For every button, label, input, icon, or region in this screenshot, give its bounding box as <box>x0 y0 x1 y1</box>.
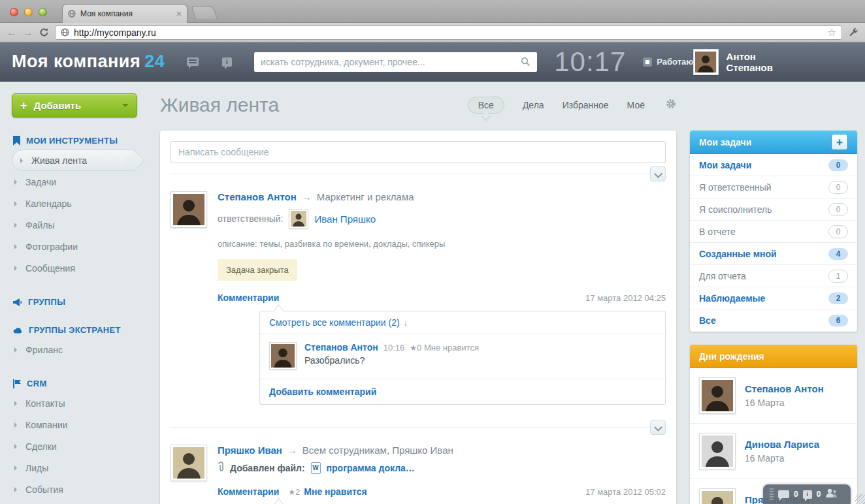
address-bar[interactable]: ☆ <box>55 25 842 40</box>
file-link[interactable]: программа докла… <box>327 463 415 473</box>
work-clock[interactable]: 10:17 <box>554 46 626 78</box>
arrow-right-icon <box>14 244 20 249</box>
sidebar-item-contacts[interactable]: Контакты <box>12 392 142 414</box>
bookmark-star-icon[interactable]: ☆ <box>828 27 836 39</box>
count-badge: 4 <box>828 248 848 260</box>
sidebar-item-tasks[interactable]: Задачи <box>12 171 142 193</box>
window-zoom-button[interactable] <box>39 8 47 16</box>
widget-title: Дни рождения <box>699 351 764 362</box>
add-comment-link[interactable]: Добавить комментарий <box>269 386 376 397</box>
arrow-down-icon: ↓ <box>404 318 408 328</box>
task-filter-row[interactable]: В отчете0 <box>690 221 857 243</box>
contacts-icon[interactable] <box>825 488 838 500</box>
sidebar-item-events[interactable]: События <box>12 479 142 500</box>
search-input[interactable] <box>261 57 521 67</box>
collapse-post-icon[interactable] <box>650 420 666 435</box>
comment-author-link[interactable]: Степанов Антон <box>304 342 378 353</box>
section-header[interactable]: CRM <box>12 379 142 388</box>
sidebar-item-freelance[interactable]: Фриланс <box>12 339 142 360</box>
composer-input[interactable] <box>171 141 666 163</box>
messenger-bar: 0 i 0 <box>763 484 851 504</box>
info-icon[interactable]: i <box>222 57 232 67</box>
task-filter-row[interactable]: Мои задачи0 <box>690 154 857 176</box>
wrench-icon[interactable] <box>848 27 858 38</box>
url-input[interactable] <box>74 27 823 38</box>
sidebar-item-files[interactable]: Файлы <box>12 214 142 236</box>
post-author-link[interactable]: Пряшко Иван <box>218 445 282 456</box>
sidebar-item-leads[interactable]: Лиды <box>12 457 142 479</box>
avatar[interactable] <box>269 342 297 370</box>
gear-icon[interactable] <box>666 99 676 112</box>
feed-card: Степанов Антон → Маркетинг и реклама отв… <box>160 131 676 504</box>
sidebar-item-companies[interactable]: Компании <box>12 414 142 435</box>
section-label: МОИ ИНСТРУМЕНТЫ <box>26 136 118 146</box>
status-badge: Задача закрыта <box>218 259 297 281</box>
sidebar-item-messages[interactable]: Сообщения <box>12 257 142 279</box>
task-filter-row[interactable]: Все6 <box>690 309 857 332</box>
sidebar-item-live-feed[interactable]: Живая лента <box>12 150 135 171</box>
avatar[interactable] <box>699 488 736 504</box>
window-minimize-button[interactable] <box>24 8 33 16</box>
task-filter-row[interactable]: Наблюдаемые2 <box>690 287 857 309</box>
new-tab-button[interactable] <box>191 6 218 20</box>
browser-tab[interactable]: Моя компания × <box>62 4 188 23</box>
person-link[interactable]: Степанов Антон <box>745 383 824 394</box>
feed-post: Пряшко Иван → Всем сотрудникам, Пряшко И… <box>171 427 666 504</box>
drag-handle[interactable] <box>770 488 774 500</box>
plus-icon: + <box>20 100 27 112</box>
section-header[interactable]: ГРУППЫ ЭКСТРАНЕТ <box>12 325 142 335</box>
avatar[interactable] <box>171 445 207 481</box>
person-link[interactable]: Динова Лариса <box>745 439 819 450</box>
task-filter-row[interactable]: Я соисполнитель0 <box>690 198 857 221</box>
tab-mine[interactable]: Моё <box>627 100 645 110</box>
messages-icon[interactable] <box>187 57 198 66</box>
task-filter-row[interactable]: Созданные мной4 <box>690 243 857 265</box>
close-tab-icon[interactable]: × <box>176 9 182 18</box>
task-filter-row[interactable]: Я ответственный0 <box>690 176 857 198</box>
avatar <box>693 49 718 75</box>
sidebar-item-deals[interactable]: Сделки <box>12 435 142 457</box>
task-filter-row[interactable]: Для отчета1 <box>690 265 857 287</box>
add-button[interactable]: + Добавить <box>12 93 137 118</box>
responsible-link[interactable]: Иван Пряшко <box>314 213 376 225</box>
globe-icon <box>61 28 69 37</box>
arrow-right-icon <box>14 487 20 492</box>
app-logo[interactable]: Моя компания24 <box>12 52 165 72</box>
search-icon[interactable] <box>521 57 530 67</box>
reload-icon[interactable] <box>39 27 49 37</box>
sidebar-section-extranet: ГРУППЫ ЭКСТРАНЕТ Фриланс <box>12 325 142 360</box>
sidebar-item-photos[interactable]: Фотографии <box>12 236 142 257</box>
tab-all[interactable]: Все <box>468 97 504 114</box>
current-user[interactable]: Антон Степанов <box>693 49 853 75</box>
arrow-right-icon <box>20 158 25 163</box>
avatar[interactable] <box>699 377 736 414</box>
comments-link[interactable]: Комментарии <box>218 292 279 303</box>
birthday-date: 16 Марта <box>745 398 824 408</box>
window-resize-grip[interactable] <box>855 494 865 504</box>
window-close-button[interactable] <box>10 8 18 16</box>
tab-business[interactable]: Дела <box>523 100 544 110</box>
notifications-icon[interactable]: i <box>803 490 812 499</box>
tab-favorites[interactable]: Избранное <box>563 100 609 110</box>
chat-icon[interactable] <box>778 490 789 498</box>
back-icon[interactable]: ← <box>7 27 17 38</box>
avatar[interactable] <box>699 433 736 469</box>
collapse-post-icon[interactable] <box>650 166 666 181</box>
chat-count: 0 <box>794 490 798 499</box>
avatar[interactable] <box>289 209 308 228</box>
comments-link[interactable]: Комментарии <box>218 486 279 497</box>
header-search <box>254 52 537 72</box>
forward-icon[interactable]: → <box>23 27 33 38</box>
add-task-button[interactable]: + <box>831 134 848 150</box>
sidebar-item-calendar[interactable]: Календарь <box>12 193 142 214</box>
avatar[interactable] <box>171 191 207 228</box>
work-status-button[interactable]: Работаю <box>643 57 693 67</box>
post-description: описание: темы, разбивка по времени, док… <box>218 239 666 249</box>
like-link[interactable]: Мне нравится <box>304 486 367 497</box>
show-all-comments-link[interactable]: Смотреть все комментарии (2) <box>269 317 400 328</box>
post-author-link[interactable]: Степанов Антон <box>218 191 297 202</box>
section-header[interactable]: ГРУППЫ <box>12 297 142 307</box>
like-control[interactable]: ★0 Мне нравится <box>410 343 479 353</box>
notification-count: 0 <box>817 490 821 499</box>
like-control[interactable]: ★2 <box>288 487 300 497</box>
